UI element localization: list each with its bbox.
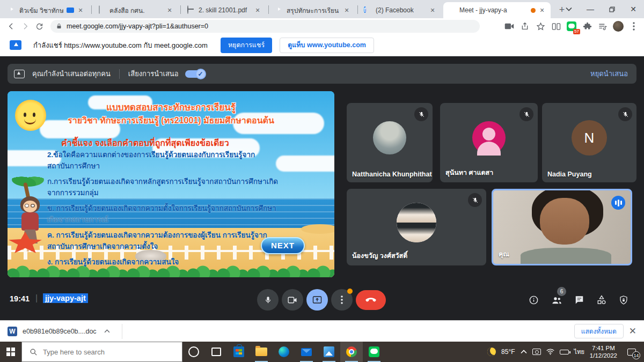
palm-tree-icon (12, 173, 44, 187)
tab-close-icon[interactable]: × (165, 6, 174, 14)
stop-sharing-button[interactable]: หยุดการแชร์ (221, 38, 272, 53)
presentation-audio-label: เสียงการนำเสนอ (128, 68, 179, 79)
window-minimize-button[interactable]: — (580, 0, 601, 18)
participants-icon[interactable]: 6 (549, 292, 564, 307)
window-close-button[interactable]: ✕ (623, 0, 644, 18)
address-bar[interactable]: meet.google.com/jjy-vapy-ajt?pli=1&authu… (50, 20, 480, 33)
mail-icon[interactable] (295, 342, 318, 362)
participant-tile[interactable]: N Nadia Puyang (542, 103, 636, 182)
start-button[interactable] (0, 342, 21, 362)
line-app-icon[interactable] (363, 342, 385, 362)
tab-close-icon[interactable]: × (538, 6, 546, 14)
more-options-button[interactable] (331, 289, 353, 311)
tab-facebook[interactable]: f (2) Facebook × (360, 2, 441, 18)
participants-count-badge: 6 (557, 287, 566, 296)
lock-icon (56, 23, 62, 30)
media-queue-icon[interactable] (597, 20, 609, 32)
tray-expand-chevron-icon[interactable] (521, 350, 527, 354)
document-icon (98, 6, 106, 14)
file-explorer-icon[interactable] (250, 342, 273, 362)
microsoft-store-icon[interactable] (228, 342, 250, 362)
mic-off-icon (414, 107, 428, 121)
tab-meet-active[interactable]: Meet - jjy-vapy-a × (443, 2, 551, 18)
tab-close-icon[interactable]: × (253, 6, 262, 14)
host-controls-icon[interactable] (616, 292, 631, 307)
forward-button[interactable] (18, 19, 32, 33)
cortana-icon[interactable] (182, 342, 205, 362)
language-indicator[interactable]: ไทย (574, 347, 584, 357)
shared-presentation-tile[interactable]: แบบทดสอบสาระทักษะการเรียนรู้ รายวิชา ทัก… (8, 91, 334, 277)
system-tray: 85°F ไทย 7:41 PM 1/12/2022 14 (487, 342, 644, 362)
divider (122, 324, 122, 339)
participant-tile[interactable]: สุนันทา ศาแดสา (440, 103, 538, 182)
meet-now-icon[interactable] (532, 349, 541, 355)
tab-close-icon[interactable]: × (342, 6, 351, 14)
tab-close-icon[interactable]: × (428, 6, 437, 14)
download-filename[interactable]: e0b981e0b89ce0b....doc (23, 328, 97, 335)
tab-youtube-tutorial[interactable]: ติวเข้ม วิชาทักษะการ × (3, 2, 89, 18)
present-button[interactable] (306, 289, 328, 311)
end-call-button[interactable] (356, 290, 386, 310)
meeting-details-icon[interactable] (526, 292, 541, 307)
tab-library[interactable]: คลังสือ กศน. × (93, 2, 178, 18)
mic-off-icon (618, 107, 632, 121)
weather-temp[interactable]: 85°F (501, 348, 515, 356)
edge-icon[interactable] (273, 342, 295, 362)
profile-avatar[interactable] (612, 20, 624, 32)
taskbar-search[interactable] (21, 342, 182, 362)
window-restore-button[interactable] (601, 0, 623, 18)
taskbar-clock[interactable]: 7:41 PM 1/12/2022 (590, 344, 617, 359)
action-center-icon[interactable]: 14 (623, 342, 641, 362)
self-view-tile[interactable]: คุณ (492, 189, 632, 265)
tab-pdf[interactable]: 2. skill 21001.pdf × (182, 2, 266, 18)
tab-search-chevron-icon[interactable] (558, 0, 580, 18)
clock-date: 1/12/2022 (590, 352, 617, 359)
wifi-icon[interactable] (546, 349, 554, 355)
audio-level-icon (611, 196, 625, 210)
line-extension-icon[interactable]: 57 (566, 20, 577, 32)
battery-icon[interactable] (560, 350, 569, 354)
chat-icon[interactable] (572, 292, 587, 307)
windows-taskbar: 85°F ไทย 7:41 PM 1/12/2022 14 (0, 342, 644, 362)
participant-tile[interactable]: Natthanicha Khunphithat (347, 103, 433, 182)
clock-time: 7:41 PM (592, 345, 615, 351)
bookmark-star-icon[interactable] (535, 20, 546, 32)
stop-presenting-button[interactable]: หยุดนำเสนอ (590, 68, 628, 79)
youtube-icon (275, 6, 283, 14)
choice-b-line2: เกิดจากสถานการณ์ (47, 214, 304, 225)
camera-button[interactable] (282, 289, 303, 311)
meeting-code[interactable]: jjy-vapy-ajt (43, 293, 88, 303)
weather-moon-icon[interactable] (487, 348, 496, 356)
chrome-icon[interactable] (340, 342, 363, 362)
tab-youtube-summary[interactable]: สรุปทักษะการเรียนรู้ ม.ต้น × (270, 2, 355, 18)
participant-avatar (472, 121, 506, 154)
photos-icon[interactable] (318, 342, 340, 362)
media-indicator-icon (67, 8, 74, 13)
desktop: ติวเข้ม วิชาทักษะการ × คลังสือ กศน. × 2.… (0, 0, 644, 362)
presentation-audio-toggle[interactable]: ✓ (185, 70, 204, 78)
share-icon[interactable] (519, 20, 531, 32)
view-tab-button[interactable]: ดูแท็บ www.youtube.com (280, 38, 374, 53)
search-input[interactable] (43, 348, 172, 356)
presenting-status: คุณกำลังนำเสนอต่อทุกคน (32, 68, 111, 79)
browser-menu-icon[interactable] (628, 20, 640, 32)
mic-button[interactable] (257, 289, 279, 311)
reading-list-icon[interactable] (550, 20, 562, 32)
download-chevron-icon[interactable] (104, 329, 110, 333)
participant-avatar (397, 203, 436, 242)
task-view-icon[interactable] (205, 342, 228, 362)
tab-separator (91, 5, 92, 14)
tab-label: Meet - jjy-vapy-a (459, 6, 528, 14)
download-bar-close-icon[interactable]: ✕ (629, 326, 636, 337)
back-button[interactable] (4, 19, 18, 33)
show-all-downloads-button[interactable]: แสดงทั้งหมด (574, 324, 624, 338)
activities-icon[interactable] (594, 292, 609, 307)
tab-capture-icon[interactable] (503, 20, 515, 32)
toolbar-extensions: 57 (503, 20, 644, 32)
next-button[interactable]: NEXT (261, 237, 305, 254)
extensions-puzzle-icon[interactable] (581, 20, 593, 32)
reload-button[interactable] (32, 19, 46, 33)
tab-close-icon[interactable]: × (76, 6, 85, 14)
participant-tile[interactable]: น้องขวัญ วงศ์สวัสดิ์ (347, 189, 486, 265)
participant-name: สุนันทา ศาแดสา (445, 167, 493, 178)
